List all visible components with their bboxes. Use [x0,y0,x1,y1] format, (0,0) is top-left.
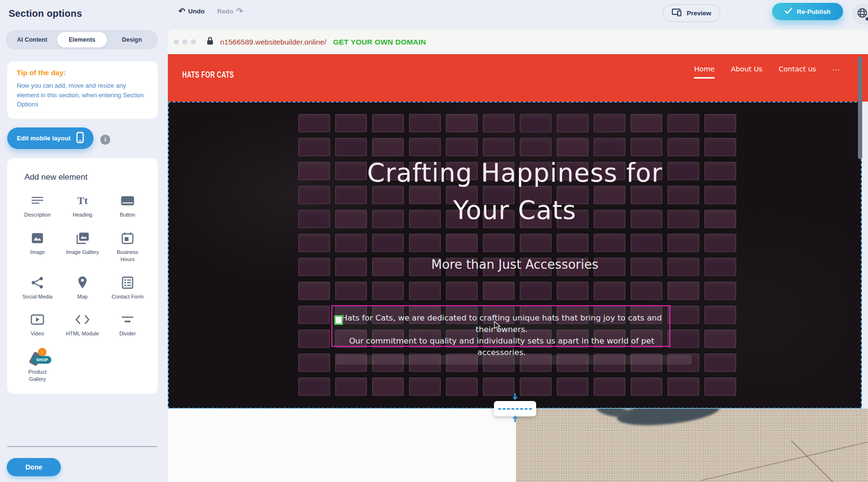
redo-icon: ↷ [236,7,243,15]
hero-tile [557,138,588,156]
site-logo[interactable]: HATS FOR CATS [182,70,234,80]
hero-tile [298,378,330,396]
window-dots [174,39,196,45]
hero-tile [704,282,736,300]
hero-tile [704,354,736,372]
hero-paragraph-line1: Hats for Cats, we are dedicated to craft… [336,312,667,335]
divider-icon [120,312,135,327]
language-globe-button[interactable] [852,3,868,24]
hero-tile [335,234,367,252]
nav-about-us[interactable]: About Us [731,65,762,77]
hero-tile [631,234,662,252]
hero-section[interactable]: Crafting Happiness for Your Cats More th… [168,102,862,408]
nav-more-menu[interactable]: ... [833,64,840,76]
browser-bar: n1566589.websitebuilder.online/ GET YOUR… [168,30,868,54]
element-social-media[interactable]: Social Media [16,275,59,300]
nav-home[interactable]: Home [694,65,715,79]
hero-tile [446,282,478,300]
nav-contact-us[interactable]: Contact us [779,65,816,77]
info-icon[interactable]: i [100,135,110,145]
site-header: HATS FOR CATS Home About Us Contact us .… [168,54,868,102]
redo-label: Redo [217,8,234,15]
element-heading[interactable]: Tt Heading [61,194,104,218]
hero-tile [704,306,736,324]
video-icon [30,312,45,327]
hero-tile [298,330,330,348]
hero-tile [631,114,662,132]
site-url[interactable]: n1566589.websitebuilder.online/ [220,38,326,46]
hero-tile [557,282,588,300]
element-html-module[interactable]: HTML Module [61,312,104,337]
next-section-image [516,409,868,482]
element-business-hours[interactable]: Business Hours [106,231,149,263]
canvas-scrollbar[interactable] [858,57,862,159]
hero-paragraph-line2: Our commitment to quality and individual… [336,335,667,358]
get-domain-link[interactable]: GET YOUR OWN DOMAIN [333,38,426,46]
hero-tile [704,330,736,348]
hero-tile [631,138,662,156]
hero-tile [298,306,330,324]
page-title: Section options [9,8,82,19]
tip-body: Now you can add, move and resize any ele… [17,81,148,109]
hero-tile [594,282,625,300]
element-button[interactable]: Button [106,194,149,218]
element-product-gallery[interactable]: ↑ SHOP Product Gallery [16,350,59,383]
hero-tile [335,114,367,132]
hero-tile [704,378,736,396]
shop-badge: SHOP [33,356,51,364]
heading-Tt-icon: Tt [75,194,90,208]
sidebar-divider [7,446,157,447]
redo-button[interactable]: Redo ↷ [217,7,243,15]
element-image[interactable]: Image [16,231,59,263]
element-map[interactable]: Map [61,275,104,300]
tab-ai-content[interactable]: AI Content [7,32,57,47]
hero-tile [298,138,330,156]
upgrade-arrow-icon: ↑ [38,348,47,356]
tab-design[interactable]: Design [107,32,157,47]
hero-tile [520,114,551,132]
tip-of-the-day-card: Tip of the day: Now you can add, move an… [7,61,158,119]
preview-label: Preview [687,10,711,17]
hero-tile [372,114,404,132]
element-video[interactable]: Video [16,312,59,337]
devices-icon [672,9,682,18]
undo-icon: ↶ [178,7,185,15]
element-contact-form[interactable]: Contact Form [106,275,149,300]
code-icon [75,312,90,327]
element-description[interactable]: Description [16,194,59,218]
tab-elements[interactable]: Elements [57,32,107,47]
edit-mobile-layout-button[interactable]: Edit mobile layout [7,127,94,149]
element-image-gallery[interactable]: Image Gallery [61,231,104,263]
hero-tile [594,378,625,396]
mouse-cursor [494,321,501,333]
hero-tile [483,114,515,132]
hero-tile [594,138,625,156]
next-section-blank [168,409,516,482]
hero-tile [335,378,367,396]
hero-subheading: More than Just Accessories [168,257,862,272]
hero-tile [483,378,515,396]
arrow-up-icon [511,415,519,424]
cat-shadow-shape [616,409,721,429]
globe-status-dot [866,17,868,21]
hero-heading-line1: Crafting Happiness for [168,158,862,187]
hero-tile [520,378,551,396]
done-button[interactable]: Done [7,458,61,476]
element-divider[interactable]: Divider [106,312,149,337]
undo-button[interactable]: ↶ Undo [178,7,205,15]
section-resize-handle[interactable] [494,401,536,416]
hero-tile [446,114,478,132]
site-nav: Home About Us Contact us ... [694,65,840,79]
republish-button[interactable]: Re-Publish [772,3,843,20]
preview-button[interactable]: Preview [663,4,720,22]
hero-tile [668,378,699,396]
hero-tile [668,330,699,348]
hero-tile [409,114,441,132]
hero-tile [520,234,551,252]
hero-tile [298,234,330,252]
selection-resize-handle[interactable] [334,315,343,325]
add-element-title: Add new element [24,172,149,182]
hero-paragraph[interactable]: Hats for Cats, we are dedicated to craft… [336,312,667,358]
hero-tile [446,138,478,156]
arrow-down-icon [511,393,519,402]
